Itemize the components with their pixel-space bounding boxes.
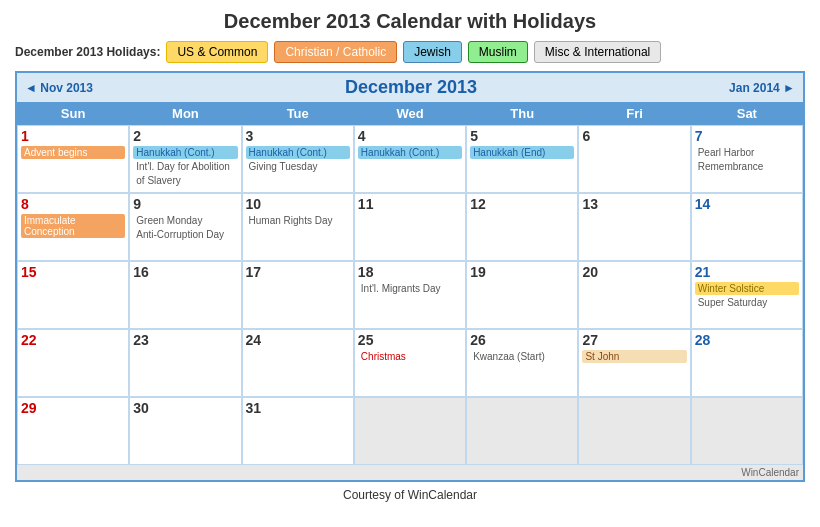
cal-cell-28: 28: [691, 329, 803, 397]
cal-cell-3: 3Hanukkah (Cont.)Giving Tuesday: [242, 125, 354, 193]
cal-cell-15: 15: [17, 261, 129, 329]
cal-cell-empty: [466, 397, 578, 465]
cal-date-23: 23: [133, 332, 237, 348]
cal-cell-11: 11: [354, 193, 466, 261]
cal-date-6: 6: [582, 128, 686, 144]
cal-cell-1: 1Advent begins: [17, 125, 129, 193]
cal-date-18: 18: [358, 264, 462, 280]
tag-jewish[interactable]: Jewish: [403, 41, 462, 63]
cal-date-7: 7: [695, 128, 799, 144]
calendar-event: Anti-Corruption Day: [133, 228, 237, 241]
cal-cell-14: 14: [691, 193, 803, 261]
cal-cell-8: 8Immaculate Conception: [17, 193, 129, 261]
holiday-bar-label: December 2013 Holidays:: [15, 45, 160, 59]
calendar-event: Winter Solstice: [695, 282, 799, 295]
cal-cell-25: 25Christmas: [354, 329, 466, 397]
calendar-event: Kwanzaa (Start): [470, 350, 574, 363]
cal-date-31: 31: [246, 400, 350, 416]
header-fri: Fri: [578, 102, 690, 125]
prev-month-button[interactable]: ◄ Nov 2013: [25, 81, 93, 95]
calendar-event: Human Rights Day: [246, 214, 350, 227]
cal-date-10: 10: [246, 196, 350, 212]
next-month-button[interactable]: Jan 2014 ►: [729, 81, 795, 95]
header-tue: Tue: [242, 102, 354, 125]
cal-cell-24: 24: [242, 329, 354, 397]
cal-date-26: 26: [470, 332, 574, 348]
calendar-event: Christmas: [358, 350, 462, 363]
cal-cell-2: 2Hanukkah (Cont.)Int'l. Day for Abolitio…: [129, 125, 241, 193]
cal-date-30: 30: [133, 400, 237, 416]
cal-cell-17: 17: [242, 261, 354, 329]
calendar: ◄ Nov 2013 December 2013 Jan 2014 ► Sun …: [15, 71, 805, 482]
cal-cell-9: 9Green MondayAnti-Corruption Day: [129, 193, 241, 261]
cal-date-22: 22: [21, 332, 125, 348]
cal-cell-18: 18Int'l. Migrants Day: [354, 261, 466, 329]
cal-date-5: 5: [470, 128, 574, 144]
cal-cell-21: 21Winter SolsticeSuper Saturday: [691, 261, 803, 329]
calendar-event: Hanukkah (Cont.): [246, 146, 350, 159]
calendar-event: Hanukkah (Cont.): [133, 146, 237, 159]
cal-date-1: 1: [21, 128, 125, 144]
cal-cell-4: 4Hanukkah (Cont.): [354, 125, 466, 193]
page-title: December 2013 Calendar with Holidays: [15, 10, 805, 33]
calendar-event: Advent begins: [21, 146, 125, 159]
calendar-event: Immaculate Conception: [21, 214, 125, 238]
cal-header: Sun Mon Tue Wed Thu Fri Sat: [17, 102, 803, 125]
tag-christian[interactable]: Christian / Catholic: [274, 41, 397, 63]
cal-cell-5: 5Hanukkah (End): [466, 125, 578, 193]
cal-cell-7: 7Pearl HarborRemembrance: [691, 125, 803, 193]
cal-cell-12: 12: [466, 193, 578, 261]
calendar-event: Green Monday: [133, 214, 237, 227]
header-mon: Mon: [129, 102, 241, 125]
cal-cell-empty: [691, 397, 803, 465]
cal-cell-19: 19: [466, 261, 578, 329]
header-thu: Thu: [466, 102, 578, 125]
calendar-event: Hanukkah (Cont.): [358, 146, 462, 159]
cal-date-16: 16: [133, 264, 237, 280]
courtesy-text: Courtesy of WinCalendar: [15, 488, 805, 502]
cal-cell-22: 22: [17, 329, 129, 397]
cal-cell-empty: [354, 397, 466, 465]
holiday-bar: December 2013 Holidays: US & Common Chri…: [15, 41, 805, 63]
header-sun: Sun: [17, 102, 129, 125]
cal-month-title: December 2013: [345, 77, 477, 98]
cal-date-3: 3: [246, 128, 350, 144]
calendar-event: Hanukkah (End): [470, 146, 574, 159]
cal-cell-23: 23: [129, 329, 241, 397]
tag-misc[interactable]: Misc & International: [534, 41, 661, 63]
page-container: December 2013 Calendar with Holidays Dec…: [0, 0, 820, 527]
cal-date-9: 9: [133, 196, 237, 212]
cal-date-21: 21: [695, 264, 799, 280]
cal-date-12: 12: [470, 196, 574, 212]
cal-cell-13: 13: [578, 193, 690, 261]
cal-cell-6: 6: [578, 125, 690, 193]
calendar-event: Int'l. Day for Abolition: [133, 160, 237, 173]
cal-date-15: 15: [21, 264, 125, 280]
header-sat: Sat: [691, 102, 803, 125]
cal-date-20: 20: [582, 264, 686, 280]
watermark: WinCalendar: [17, 465, 803, 480]
cal-date-2: 2: [133, 128, 237, 144]
cal-date-11: 11: [358, 196, 462, 212]
cal-date-17: 17: [246, 264, 350, 280]
cal-cell-27: 27St John: [578, 329, 690, 397]
cal-cell-empty: [578, 397, 690, 465]
calendar-event: Giving Tuesday: [246, 160, 350, 173]
cal-cell-10: 10Human Rights Day: [242, 193, 354, 261]
cal-date-28: 28: [695, 332, 799, 348]
cal-nav: ◄ Nov 2013 December 2013 Jan 2014 ►: [17, 73, 803, 102]
cal-date-29: 29: [21, 400, 125, 416]
calendar-event: of Slavery: [133, 174, 237, 187]
calendar-event: Remembrance: [695, 160, 799, 173]
cal-date-8: 8: [21, 196, 125, 212]
cal-date-14: 14: [695, 196, 799, 212]
tag-muslim[interactable]: Muslim: [468, 41, 528, 63]
cal-date-19: 19: [470, 264, 574, 280]
cal-date-4: 4: [358, 128, 462, 144]
calendar-event: Pearl Harbor: [695, 146, 799, 159]
tag-us-common[interactable]: US & Common: [166, 41, 268, 63]
cal-body: 1Advent begins2Hanukkah (Cont.)Int'l. Da…: [17, 125, 803, 465]
cal-date-27: 27: [582, 332, 686, 348]
calendar-event: Int'l. Migrants Day: [358, 282, 462, 295]
cal-cell-26: 26Kwanzaa (Start): [466, 329, 578, 397]
